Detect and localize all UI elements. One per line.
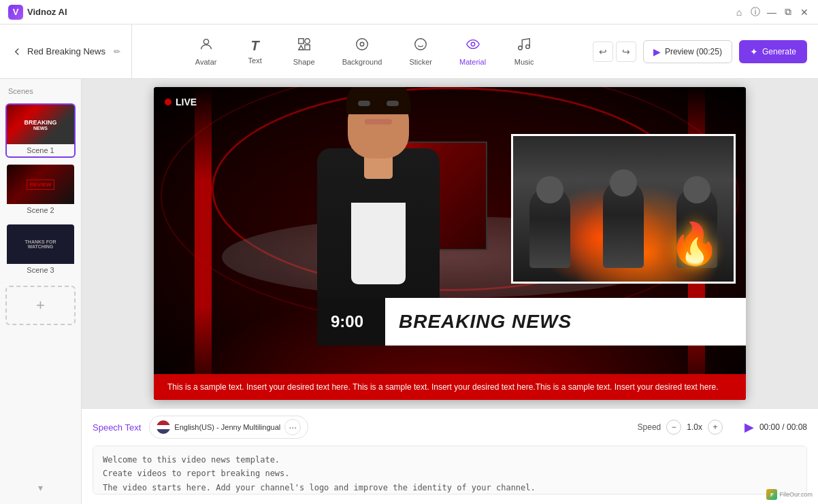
bottom-panel: Speech Text English(US) - Jenny Multilin… [82, 408, 818, 504]
edit-project-icon[interactable]: ✏ [114, 47, 120, 56]
preview-label: Preview (00:25) [665, 47, 722, 56]
close-button[interactable]: ✕ [799, 7, 810, 18]
back-button[interactable]: Red Breaking News ✏ [11, 24, 132, 78]
tool-avatar-label: Avatar [195, 58, 217, 66]
scene-1-thumb: BREAKING NEWS [7, 105, 74, 144]
ticker-text: This is a sample text. Insert your desir… [167, 382, 718, 392]
canvas-area: LIVE LIVE [82, 79, 818, 408]
playback-control: ▶ 00:00 / 00:08 [745, 420, 807, 435]
tool-avatar[interactable]: Avatar [189, 33, 224, 70]
avatar-icon [199, 37, 214, 55]
add-scene-button[interactable]: + [5, 286, 76, 325]
tool-text-label: Text [248, 56, 262, 65]
breaking-news-bar[interactable]: 9:00 BREAKING NEWS [317, 298, 746, 346]
toolbar-right: ↩ ↪ ▶ Preview (00:25) ✦ Generate [593, 40, 807, 63]
svg-rect-1 [298, 39, 303, 44]
scene-3-label: Scene 3 [7, 264, 74, 276]
fire-scene: 🔥 [513, 136, 734, 282]
scene-2-label: Scene 2 [7, 204, 74, 216]
play-button[interactable]: ▶ [745, 420, 754, 435]
window-controls: ⌂ ⓘ — ⧉ ✕ [734, 7, 810, 18]
scene-1[interactable]: BREAKING NEWS Scene 1 [5, 103, 76, 158]
scenes-label: Scenes [5, 87, 76, 95]
watermark-text: FileOur.com [779, 491, 813, 498]
watermark: F FileOur.com [766, 489, 813, 500]
shape-icon [297, 37, 312, 55]
time-display: 00:00 / 00:08 [759, 422, 807, 432]
tool-items: Avatar T Text Shape Background Sticker [137, 33, 593, 70]
generate-icon: ✦ [750, 46, 758, 57]
svg-point-10 [471, 42, 475, 46]
tool-material-label: Material [459, 58, 486, 66]
tool-music[interactable]: Music [506, 33, 542, 70]
title-bar: V Vidnoz AI ⌂ ⓘ — ⧉ ✕ [0, 0, 818, 24]
generate-button[interactable]: ✦ Generate [739, 40, 807, 63]
collapse-sidebar-button[interactable]: ▾ [5, 480, 76, 496]
news-ticker[interactable]: This is a sample text. Insert your desir… [154, 374, 746, 400]
live-text: LIVE [176, 97, 197, 107]
speed-control: Speed − 1.0x + [638, 420, 723, 435]
svg-point-2 [305, 39, 310, 44]
tool-text[interactable]: T Text [238, 34, 273, 69]
news-inset-image[interactable]: 🔥 [511, 134, 736, 284]
material-icon [465, 37, 480, 55]
main-layout: Scenes BREAKING NEWS Scene 1 REVIEW Scen… [0, 79, 818, 504]
generate-label: Generate [762, 47, 796, 56]
maximize-button[interactable]: ⧉ [783, 7, 794, 18]
svg-point-11 [519, 46, 523, 50]
language-label: English(US) - Jenny Multilingual [174, 423, 280, 431]
speed-decrease-button[interactable]: − [666, 420, 681, 435]
language-more-button[interactable]: ··· [284, 419, 301, 435]
app-title: Vidnoz AI [27, 7, 67, 17]
svg-marker-3 [298, 46, 303, 50]
svg-rect-4 [305, 45, 310, 50]
sticker-icon [413, 37, 428, 55]
tool-sticker[interactable]: Sticker [402, 33, 439, 70]
logo-icon: V [8, 5, 23, 20]
undo-redo-group: ↩ ↪ [593, 41, 636, 62]
tool-shape[interactable]: Shape [287, 33, 322, 70]
speech-header: Speech Text English(US) - Jenny Multilin… [93, 416, 807, 439]
toolbar: Red Breaking News ✏ Avatar T Text Shape … [0, 24, 818, 79]
svg-point-6 [360, 42, 364, 46]
svg-point-0 [203, 39, 208, 44]
speech-label: Speech Text [93, 422, 141, 433]
time-total: 00:08 [787, 422, 807, 432]
add-scene-icon: + [36, 297, 45, 314]
redo-button[interactable]: ↪ [616, 41, 636, 62]
news-title: BREAKING NEWS [385, 298, 746, 346]
scene-3-thumb: THANKS FORWATCHING [7, 224, 74, 264]
scenes-sidebar: Scenes BREAKING NEWS Scene 1 REVIEW Scen… [0, 79, 82, 504]
scene-2-thumb: REVIEW [7, 165, 74, 204]
home-button[interactable]: ⌂ [734, 7, 745, 18]
tool-background-label: Background [342, 58, 382, 66]
scene-2[interactable]: REVIEW Scene 2 [5, 163, 76, 218]
firefighter-2 [603, 180, 644, 268]
video-canvas[interactable]: LIVE LIVE [154, 87, 746, 400]
editor-area: LIVE LIVE [82, 79, 818, 504]
tool-material[interactable]: Material [453, 33, 493, 70]
tool-background[interactable]: Background [336, 33, 389, 70]
scene-1-label: Scene 1 [7, 144, 74, 156]
undo-button[interactable]: ↩ [593, 41, 613, 62]
tool-sticker-label: Sticker [409, 58, 432, 66]
project-title: Red Breaking News [27, 46, 105, 56]
info-button[interactable]: ⓘ [750, 7, 761, 18]
svg-point-5 [357, 39, 368, 50]
svg-point-12 [526, 45, 530, 49]
minimize-button[interactable]: — [766, 7, 777, 18]
preview-button[interactable]: ▶ Preview (00:25) [643, 40, 732, 63]
svg-point-7 [415, 39, 427, 50]
speech-text-input[interactable] [93, 446, 807, 494]
speed-increase-button[interactable]: + [708, 420, 723, 435]
background-icon [355, 37, 370, 55]
firefighter-1 [529, 186, 570, 268]
time-current: 00:00 [759, 422, 780, 432]
preview-play-icon: ▶ [653, 46, 661, 57]
speed-value: 1.0x [687, 422, 702, 432]
live-dot [165, 99, 171, 105]
scene-3[interactable]: THANKS FORWATCHING Scene 3 [5, 223, 76, 278]
language-selector[interactable]: English(US) - Jenny Multilingual ··· [149, 416, 308, 439]
app-logo: V Vidnoz AI [8, 5, 67, 20]
time-separator: / [782, 422, 787, 432]
